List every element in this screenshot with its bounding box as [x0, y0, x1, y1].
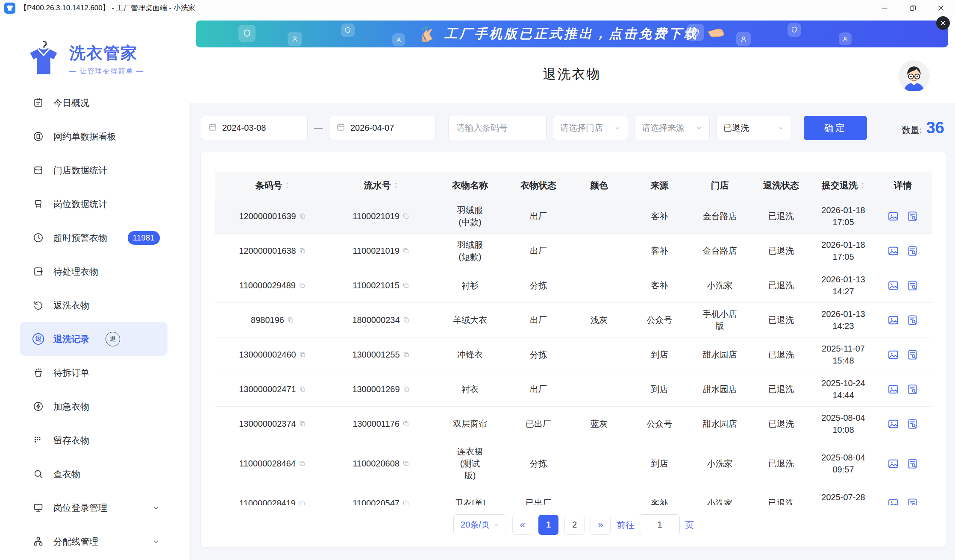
item-name-cell: 羊绒大衣 — [432, 310, 508, 330]
store-select[interactable]: 请选择门店 — [553, 116, 628, 140]
view-image-icon[interactable] — [887, 280, 899, 291]
window-titlebar: 【P400.26.3.10.1412.600】 - 工厂管理桌面端 - 小洗家 — [0, 0, 955, 16]
copy-icon[interactable] — [299, 386, 306, 393]
copy-icon[interactable] — [403, 386, 410, 393]
view-image-icon[interactable] — [887, 211, 899, 222]
view-image-icon[interactable] — [887, 384, 899, 395]
copy-icon[interactable] — [299, 213, 306, 220]
serial-cell: 1100021019 — [330, 240, 432, 261]
copy-icon[interactable] — [403, 500, 409, 505]
sidebar-item-assign-line-mgmt[interactable]: 分配线管理 — [20, 525, 167, 558]
sidebar-menu: 今日概况网约单数据看板门店数据统计岗位数据统计超时预警衣物11981待处理衣物返… — [0, 86, 189, 558]
view-record-icon[interactable] — [907, 280, 918, 291]
color-cell — [569, 459, 629, 468]
view-image-icon[interactable] — [887, 349, 899, 361]
column-header[interactable]: 条码号 — [215, 179, 330, 191]
copy-icon[interactable] — [299, 500, 306, 505]
view-image-icon[interactable] — [887, 314, 899, 326]
pointing-hand-icon — [706, 24, 725, 44]
copy-icon[interactable] — [287, 317, 294, 323]
detail-cell — [874, 310, 931, 330]
sidebar-item-urgent-clothes[interactable]: 加急衣物 — [20, 390, 167, 423]
source-cell: 客补 — [629, 240, 690, 261]
copy-icon[interactable] — [403, 351, 410, 358]
sidebar-item-rewash-clothes[interactable]: 返洗衣物 — [20, 288, 167, 322]
end-date-picker[interactable]: 2026-04-07 — [329, 116, 436, 140]
view-record-icon[interactable] — [907, 349, 918, 361]
source-select[interactable]: 请选择来源 — [635, 116, 710, 140]
refund-status-cell: 已退洗 — [750, 453, 812, 474]
detail-cell — [874, 206, 931, 226]
copy-icon[interactable] — [299, 282, 306, 289]
minimize-button[interactable] — [870, 0, 899, 16]
promo-banner[interactable]: 工厂手机版已正式推出，点击免费下载 — [196, 21, 948, 47]
end-date-value: 2026-04-07 — [350, 123, 394, 133]
view-record-icon[interactable] — [907, 314, 918, 326]
status-select-value: 已退洗 — [723, 122, 749, 134]
date-range-separator: — — [314, 123, 323, 133]
sidebar-item-overtime-warning[interactable]: 超时预警衣物11981 — [20, 221, 167, 255]
copy-icon[interactable] — [299, 247, 306, 254]
copy-icon[interactable] — [299, 351, 306, 358]
view-image-icon[interactable] — [887, 245, 899, 257]
view-record-icon[interactable] — [907, 458, 918, 469]
copy-icon[interactable] — [403, 460, 409, 467]
copy-icon[interactable] — [403, 247, 409, 254]
next-page-button[interactable]: » — [591, 515, 611, 535]
goto-page-input[interactable] — [640, 514, 680, 535]
status-select[interactable]: 已退洗 — [716, 116, 791, 140]
sidebar-item-search-clothes[interactable]: 查衣物 — [20, 457, 167, 491]
item-name-cell: 羽绒服 (中款) — [432, 200, 508, 232]
copy-icon[interactable] — [299, 460, 306, 467]
submit-time-cell: 2025-08-04 09:57 — [812, 447, 874, 480]
banner-close-icon[interactable] — [936, 16, 950, 30]
view-image-icon[interactable] — [887, 458, 899, 469]
maximize-button[interactable] — [899, 0, 927, 16]
store-select-placeholder: 请选择门店 — [560, 122, 603, 134]
sidebar-item-pending-clothes[interactable]: 待处理衣物 — [20, 255, 167, 288]
detail-cell — [874, 241, 931, 261]
copy-icon[interactable] — [403, 420, 409, 427]
item-status-cell: 出厂 — [508, 240, 569, 261]
view-record-icon[interactable] — [907, 211, 918, 222]
page-size-select[interactable]: 20条/页 — [453, 514, 506, 535]
copy-icon[interactable] — [403, 213, 409, 220]
column-header[interactable]: 流水号 — [330, 179, 432, 191]
start-date-picker[interactable]: 2024-03-08 — [201, 116, 308, 140]
view-image-icon[interactable] — [887, 418, 899, 430]
sidebar-item-today-overview[interactable]: 今日概况 — [20, 86, 167, 120]
sidebar-item-label: 今日概况 — [53, 97, 89, 109]
prev-page-button[interactable]: « — [512, 515, 532, 535]
sidebar-item-refund-records[interactable]: 退退洗记录退 — [20, 322, 167, 356]
close-button[interactable] — [927, 0, 955, 16]
sidebar-item-retained-clothes[interactable]: 留存衣物 — [20, 423, 167, 457]
view-record-icon[interactable] — [907, 245, 918, 257]
sidebar-item-post-login-mgmt[interactable]: 岗位登录管理 — [20, 491, 167, 525]
barcode-input[interactable] — [455, 123, 539, 133]
confirm-button[interactable]: 确定 — [804, 116, 867, 140]
barcode-cell: 8980196 — [215, 310, 330, 330]
page-number-2[interactable]: 2 — [564, 515, 585, 535]
view-record-icon[interactable] — [907, 418, 918, 430]
user-avatar[interactable] — [898, 60, 930, 92]
copy-icon[interactable] — [403, 282, 409, 289]
start-date-value: 2024-03-08 — [222, 123, 266, 133]
view-record-icon[interactable] — [907, 384, 918, 395]
barcode-field-box — [448, 116, 547, 140]
sidebar-item-online-order-board[interactable]: 网约单数据看板 — [20, 120, 167, 153]
sidebar-item-store-stats[interactable]: 门店数据统计 — [20, 153, 167, 187]
column-header[interactable]: 提交退洗 — [812, 179, 874, 191]
table-row: 1300000023741300001176双层窗帘已出厂蓝灰公众号甜水园店已退… — [215, 407, 932, 441]
color-cell — [569, 246, 629, 255]
copy-icon[interactable] — [299, 420, 306, 427]
view-record-icon[interactable] — [907, 498, 918, 505]
app-logo: 洗衣管家 — 让管理变得简单 — — [24, 39, 189, 79]
sidebar-item-unpack-orders[interactable]: 待拆订单 — [20, 356, 167, 390]
desk-icon — [32, 198, 44, 210]
view-image-icon[interactable] — [887, 498, 899, 505]
chevron-down-icon — [696, 125, 702, 132]
copy-icon[interactable] — [403, 317, 410, 323]
page-number-1[interactable]: 1 — [538, 515, 558, 535]
clock-icon — [32, 232, 44, 243]
sidebar-item-post-stats[interactable]: 岗位数据统计 — [20, 187, 167, 221]
